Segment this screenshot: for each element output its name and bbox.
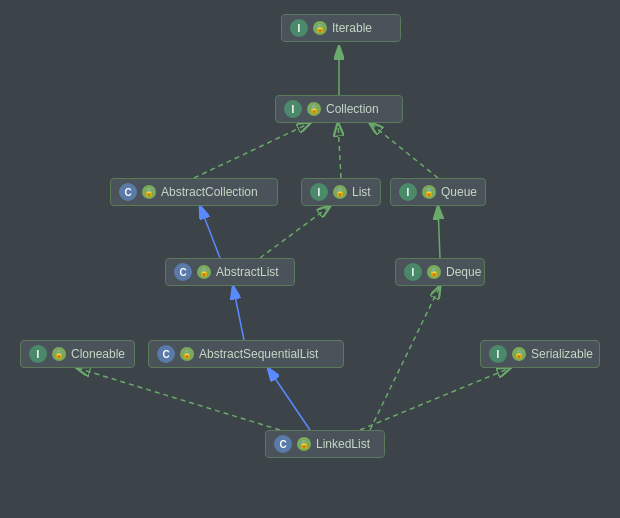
badge-list-lock: 🔒 (333, 185, 347, 199)
node-iterable[interactable]: I 🔒 Iterable (281, 14, 401, 42)
label-cloneable: Cloneable (71, 347, 125, 361)
badge-queue-lock: 🔒 (422, 185, 436, 199)
badge-serializable-lock: 🔒 (512, 347, 526, 361)
badge-deque-i: I (404, 263, 422, 281)
badge-abstractcollection-c: C (119, 183, 137, 201)
label-list: List (352, 185, 371, 199)
label-abstractcollection: AbstractCollection (161, 185, 258, 199)
badge-queue-i: I (399, 183, 417, 201)
label-abstractsequentiallist: AbstractSequentialList (199, 347, 318, 361)
node-deque[interactable]: I 🔒 Deque (395, 258, 485, 286)
label-serializable: Serializable (531, 347, 593, 361)
node-abstractcollection[interactable]: C 🔒 AbstractCollection (110, 178, 278, 206)
label-collection: Collection (326, 102, 379, 116)
label-abstractlist: AbstractList (216, 265, 279, 279)
label-queue: Queue (441, 185, 477, 199)
node-cloneable[interactable]: I 🔒 Cloneable (20, 340, 135, 368)
svg-line-6 (370, 123, 438, 178)
node-list[interactable]: I 🔒 List (301, 178, 381, 206)
badge-collection-i: I (284, 100, 302, 118)
node-collection[interactable]: I 🔒 Collection (275, 95, 403, 123)
node-serializable[interactable]: I 🔒 Serializable (480, 340, 600, 368)
badge-iterable-lock: 🔒 (313, 21, 327, 35)
node-queue[interactable]: I 🔒 Queue (390, 178, 486, 206)
badge-iterable-i: I (290, 19, 308, 37)
badge-cloneable-lock: 🔒 (52, 347, 66, 361)
label-iterable: Iterable (332, 21, 372, 35)
badge-abstractlist-c: C (174, 263, 192, 281)
badge-list-i: I (310, 183, 328, 201)
label-linkedlist: LinkedList (316, 437, 370, 451)
diagram-canvas: I 🔒 Iterable I 🔒 Collection C 🔒 Abstract… (0, 0, 620, 518)
svg-line-9 (438, 206, 440, 258)
svg-line-8 (260, 206, 330, 258)
badge-abstractsequentiallist-lock: 🔒 (180, 347, 194, 361)
label-deque: Deque (446, 265, 481, 279)
svg-line-13 (360, 368, 510, 430)
node-linkedlist[interactable]: C 🔒 LinkedList (265, 430, 385, 458)
svg-line-5 (338, 123, 341, 178)
badge-serializable-i: I (489, 345, 507, 363)
node-abstractlist[interactable]: C 🔒 AbstractList (165, 258, 295, 286)
svg-line-10 (233, 286, 244, 340)
badge-abstractcollection-lock: 🔒 (142, 185, 156, 199)
badge-collection-lock: 🔒 (307, 102, 321, 116)
svg-line-14 (370, 286, 440, 430)
svg-line-11 (268, 368, 310, 430)
node-abstractsequentiallist[interactable]: C 🔒 AbstractSequentialList (148, 340, 344, 368)
svg-line-12 (77, 368, 280, 430)
svg-line-4 (194, 123, 310, 178)
badge-deque-lock: 🔒 (427, 265, 441, 279)
badge-linkedlist-lock: 🔒 (297, 437, 311, 451)
badge-linkedlist-c: C (274, 435, 292, 453)
badge-cloneable-i: I (29, 345, 47, 363)
badge-abstractsequentiallist-c: C (157, 345, 175, 363)
badge-abstractlist-lock: 🔒 (197, 265, 211, 279)
svg-line-7 (200, 206, 220, 258)
